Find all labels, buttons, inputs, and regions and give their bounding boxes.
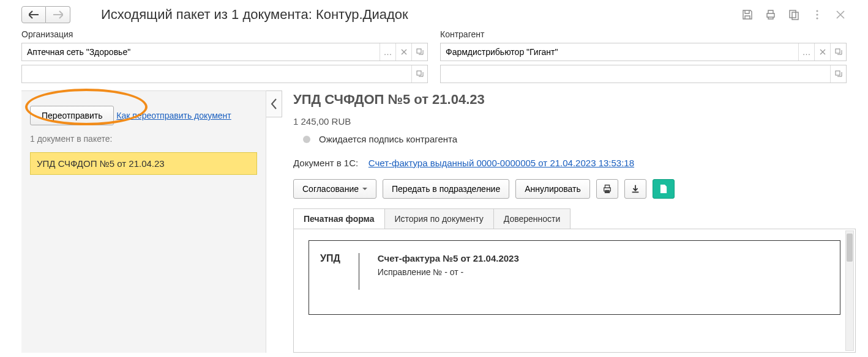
document-title: УПД СЧФДОП №5 от 21.04.23 xyxy=(293,92,856,108)
document-list-item[interactable]: УПД СЧФДОП №5 от 21.04.23 xyxy=(30,152,257,175)
document-1c-label: Документ в 1С: xyxy=(293,158,358,168)
arrow-left-icon xyxy=(29,10,39,19)
organization-label: Организация xyxy=(21,27,428,39)
close-icon[interactable] xyxy=(834,9,847,21)
copy-icon[interactable] xyxy=(788,9,800,21)
document-preview-panel: УПД Счет-фактура №5 от 21.04.2023 Исправ… xyxy=(293,229,856,353)
download-icon xyxy=(630,184,640,194)
tab-print-form[interactable]: Печатная форма xyxy=(293,208,385,229)
svg-rect-6 xyxy=(417,71,421,75)
tab-history[interactable]: История по документу xyxy=(385,208,494,229)
print-icon xyxy=(602,184,612,194)
open-button[interactable] xyxy=(411,65,427,83)
clear-button[interactable] xyxy=(814,43,830,61)
svg-rect-9 xyxy=(605,190,609,193)
collapse-sidebar-button[interactable] xyxy=(266,90,282,117)
scroll-thumb[interactable] xyxy=(847,234,853,262)
edo-button[interactable] xyxy=(653,179,675,199)
organization-input[interactable] xyxy=(22,43,380,61)
clear-button[interactable] xyxy=(395,43,411,61)
counterparty-secondary-input[interactable] xyxy=(441,65,830,83)
tab-poa[interactable]: Доверенности xyxy=(494,208,571,229)
status-dot-icon xyxy=(303,136,310,143)
cancel-document-button[interactable]: Аннулировать xyxy=(515,179,590,199)
how-resend-link[interactable]: Как переотправить документ xyxy=(116,111,231,120)
save-icon[interactable] xyxy=(741,9,754,21)
svg-rect-5 xyxy=(417,49,421,53)
page-title: Исходящий пакет из 1 документа: Контур.Д… xyxy=(101,7,408,23)
document-1c-link[interactable]: Счет-фактура выданный 0000-0000005 от 21… xyxy=(369,158,634,168)
ellipsis-button[interactable]: … xyxy=(798,43,814,61)
nav-forward-button[interactable] xyxy=(46,6,70,23)
svg-rect-8 xyxy=(836,71,840,75)
svg-rect-7 xyxy=(836,49,840,53)
counterparty-input[interactable] xyxy=(441,43,798,61)
document-amount: 1 245,00 RUB xyxy=(293,116,856,127)
svg-point-4 xyxy=(816,17,818,19)
ellipsis-button[interactable]: … xyxy=(380,43,395,61)
status-text: Ожидается подпись контрагента xyxy=(319,134,457,144)
document-icon xyxy=(659,184,668,194)
print-button[interactable] xyxy=(596,179,618,199)
download-button[interactable] xyxy=(624,179,646,199)
svg-rect-1 xyxy=(792,12,798,20)
approval-button[interactable]: Согласование xyxy=(293,179,376,199)
document-count-label: 1 документ в пакете: xyxy=(30,134,257,144)
open-button[interactable] xyxy=(411,43,427,61)
transfer-department-button[interactable]: Передать в подразделение xyxy=(383,179,509,199)
open-button[interactable] xyxy=(830,43,846,61)
open-button[interactable] xyxy=(830,65,846,83)
preview-upd-label: УПД xyxy=(320,253,340,264)
preview-correction-line: Исправление № - от - xyxy=(378,267,519,277)
print-icon[interactable] xyxy=(765,9,777,21)
more-icon[interactable] xyxy=(811,9,823,21)
organization-secondary-input[interactable] xyxy=(22,65,411,83)
resend-button[interactable]: Переотправить xyxy=(30,106,114,125)
vertical-scrollbar[interactable] xyxy=(845,230,854,351)
counterparty-label: Контрагент xyxy=(440,27,847,39)
svg-point-2 xyxy=(816,10,818,12)
preview-invoice-title: Счет-фактура №5 от 21.04.2023 xyxy=(378,253,519,263)
svg-point-3 xyxy=(816,13,818,15)
svg-rect-0 xyxy=(790,10,796,18)
arrow-right-icon xyxy=(53,10,63,19)
nav-back-button[interactable] xyxy=(21,6,46,23)
preview-divider xyxy=(359,253,359,290)
